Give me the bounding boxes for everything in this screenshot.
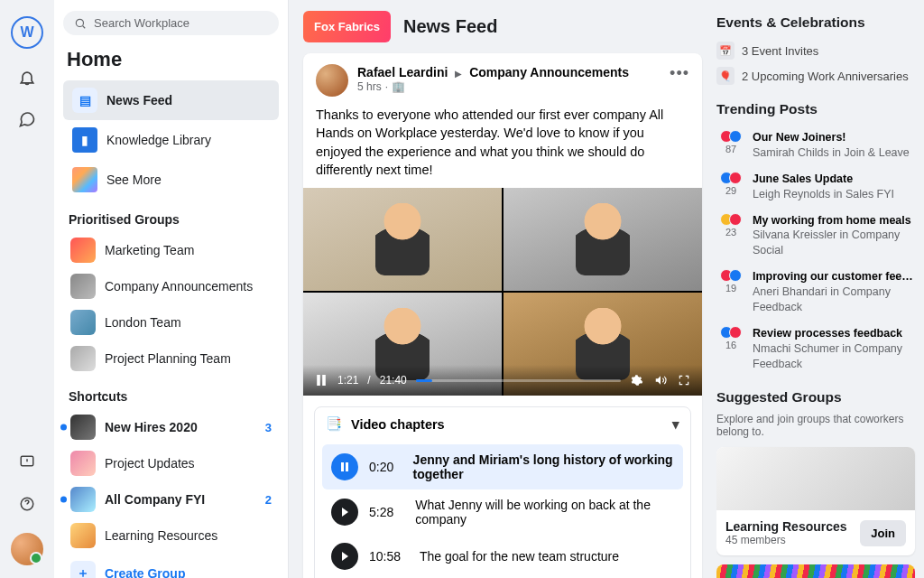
nav-knowledge-library[interactable]: ▮ Knowledge Library (63, 120, 279, 160)
group-thumb (70, 487, 96, 512)
suggested-group-card[interactable]: Learning Resources45 members Join (716, 447, 915, 555)
video-player[interactable]: 1:21/21:40 (303, 188, 702, 396)
trending-title: Trending Posts (716, 101, 915, 117)
events-title: Events & Celebrations (716, 14, 915, 31)
app-logo[interactable]: W (11, 16, 43, 49)
shortcut-learning-resources[interactable]: Learning Resources (63, 517, 279, 554)
post-time: 5 hrs (357, 80, 382, 95)
post-body: Thanks to everyone who attended our firs… (303, 100, 702, 188)
trending-post[interactable]: 19 Improving our customer feedbac…Aneri … (716, 264, 915, 321)
trending-post[interactable]: 23 My working from home mealsSilvana Kre… (716, 208, 915, 265)
shortcut-all-company-fyi[interactable]: All Company FYI2 (63, 481, 279, 517)
group-cover (716, 447, 915, 510)
chevron-down-icon: ▾ (672, 417, 679, 432)
group-thumb (70, 523, 96, 548)
create-group-button[interactable]: ＋ Create Group (63, 554, 279, 578)
section-shortcuts: Shortcuts (69, 389, 273, 404)
post-author[interactable]: Rafael Leardini (357, 65, 448, 79)
feedback-icon[interactable] (14, 450, 40, 475)
search-icon (74, 17, 87, 30)
shortcut-new-hires[interactable]: New Hires 20203 (63, 409, 279, 445)
trending-post[interactable]: 87 Our New Joiners!Samirah Childs in Joi… (716, 125, 915, 166)
video-tile (303, 188, 502, 291)
audience-icon: 🏢 (392, 80, 405, 95)
chapter-row[interactable]: 5:28 What Jenny will be working on back … (322, 489, 683, 535)
suggested-title: Suggested Groups (716, 389, 915, 406)
fullscreen-icon[interactable] (677, 373, 691, 387)
sidebar-title: Home (67, 48, 275, 71)
video-tile (504, 188, 702, 291)
video-time-total: 21:40 (380, 374, 407, 387)
group-thumb (70, 451, 96, 476)
chevron-right-icon: ▶ (455, 69, 462, 79)
suggested-subtitle: Explore and join groups that coworkers b… (716, 413, 915, 438)
group-company-announcements[interactable]: Company Announcements (63, 268, 279, 304)
event-invites[interactable]: 📅3 Event Invites (716, 38, 915, 63)
group-thumb (70, 310, 96, 335)
chapter-row[interactable]: 10:58 The goal for the new team structur… (322, 535, 683, 578)
group-cover (716, 564, 915, 578)
brand-badge[interactable]: Fox Fabrics (303, 11, 391, 42)
page-title: News Feed (403, 16, 497, 37)
seek-bar[interactable] (416, 379, 621, 382)
book-icon: ▮ (72, 127, 97, 153)
unread-dot (60, 497, 67, 503)
bell-icon[interactable] (14, 65, 40, 90)
plus-icon: ＋ (70, 561, 96, 578)
play-icon[interactable] (331, 499, 358, 526)
suggested-group-card[interactable]: Design FYI11 members Join (716, 564, 915, 578)
group-london-team[interactable]: London Team (63, 304, 279, 340)
chapters-icon: 📑 (326, 416, 342, 432)
trending-post[interactable]: 29 June Sales UpdateLeigh Reynolds in Sa… (716, 166, 915, 208)
play-icon[interactable] (331, 543, 358, 570)
chapters-toggle[interactable]: 📑 Video chapters ▾ (315, 407, 690, 441)
svg-rect-3 (317, 375, 320, 386)
calendar-icon: 📅 (716, 42, 735, 60)
group-project-planning[interactable]: Project Planning Team (63, 340, 279, 377)
unread-dot (60, 424, 67, 431)
search-input[interactable]: Search Workplace (63, 11, 279, 35)
chat-icon[interactable] (14, 107, 40, 132)
trending-post[interactable]: 16 Review processes feedbackNmachi Schum… (716, 321, 915, 378)
event-anniversaries[interactable]: 🎈2 Upcoming Work Anniversaries (716, 63, 915, 89)
post-menu-button[interactable]: ••• (670, 64, 689, 83)
group-thumb (70, 415, 96, 440)
svg-rect-4 (322, 375, 326, 386)
video-time-current: 1:21 (337, 374, 358, 387)
group-thumb (70, 346, 96, 371)
user-avatar[interactable] (11, 533, 43, 565)
svg-point-2 (76, 19, 83, 26)
settings-icon[interactable] (630, 373, 644, 387)
group-marketing-team[interactable]: Marketing Team (63, 232, 279, 268)
author-avatar[interactable] (316, 64, 348, 97)
post-card: Rafael Leardini ▶ Company Announcements … (303, 53, 702, 578)
nav-see-more[interactable]: See More (63, 160, 279, 200)
shortcut-project-updates[interactable]: Project Updates (63, 445, 279, 481)
balloon-icon: 🎈 (716, 67, 735, 85)
pause-icon[interactable] (314, 373, 328, 387)
svg-rect-7 (346, 462, 348, 471)
help-icon[interactable] (14, 491, 40, 517)
svg-rect-6 (341, 462, 344, 471)
chapter-row[interactable]: 0:20 Jenny and Miriam's long history of … (322, 444, 683, 489)
group-thumb (70, 274, 96, 299)
video-chapters: 📑 Video chapters ▾ 0:20 Jenny and Miriam… (314, 406, 691, 578)
search-placeholder: Search Workplace (94, 16, 189, 30)
nav-news-feed[interactable]: ▤ News Feed (63, 80, 279, 120)
join-button[interactable]: Join (860, 520, 906, 546)
volume-icon[interactable] (653, 373, 668, 387)
news-feed-icon: ▤ (72, 88, 97, 113)
pause-icon[interactable] (331, 453, 358, 480)
section-priority-groups: Prioritised Groups (69, 212, 273, 227)
post-group[interactable]: Company Announcements (469, 65, 629, 79)
grid-icon (72, 167, 97, 192)
group-thumb (70, 238, 96, 263)
